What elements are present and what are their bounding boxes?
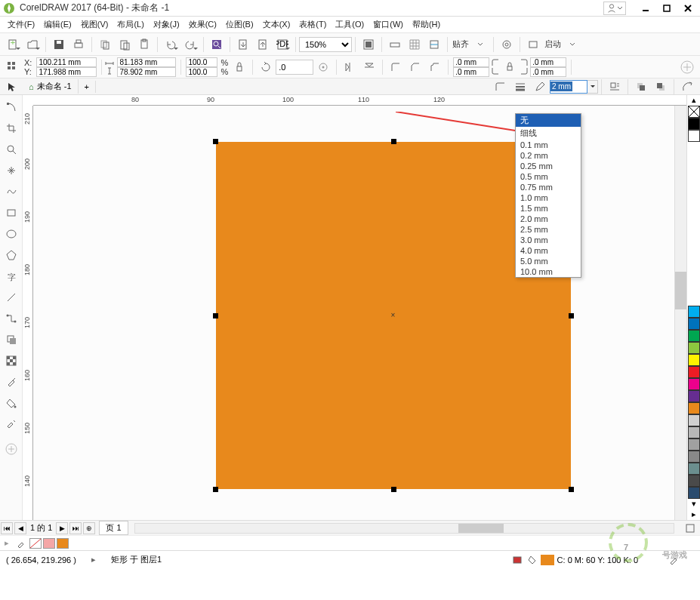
parallel-dim-tool[interactable] — [2, 288, 21, 307]
export-button[interactable] — [254, 35, 272, 54]
menu-file[interactable]: 文件(F) — [5, 17, 38, 32]
palette-swatch[interactable] — [688, 354, 700, 366]
dropdown-item[interactable]: 1.0 mm — [516, 192, 581, 203]
palette-down[interactable]: ▾ — [687, 499, 700, 509]
palette-swatch[interactable] — [688, 306, 700, 318]
handle-mr[interactable] — [569, 313, 574, 318]
transparency-tool[interactable] — [2, 351, 21, 371]
new-tab-button[interactable]: + — [79, 81, 96, 93]
connector-tool[interactable] — [2, 309, 21, 328]
launch-icon[interactable] — [524, 35, 542, 54]
convert-curves-button[interactable] — [678, 78, 696, 96]
snap-label[interactable]: 贴齐 — [452, 38, 469, 50]
copy-button[interactable] — [96, 35, 114, 54]
scaley-input[interactable] — [186, 67, 217, 77]
height-input[interactable] — [117, 67, 176, 77]
text-tool[interactable]: 字 — [2, 266, 21, 286]
zoom-tool[interactable] — [2, 140, 21, 159]
paste-button[interactable] — [116, 35, 134, 54]
dropdown-item[interactable]: 0.1 mm — [516, 140, 581, 150]
palette-swatch[interactable] — [688, 402, 700, 414]
print-button[interactable] — [69, 35, 88, 54]
menu-text[interactable]: 文本(X) — [260, 17, 294, 32]
doc-swatch-none[interactable] — [29, 538, 42, 549]
close-button[interactable] — [679, 2, 697, 15]
mirror-v-button[interactable] — [360, 58, 378, 76]
outline-width-input[interactable]: 2 mm — [550, 80, 587, 94]
shape-tool[interactable] — [2, 97, 21, 117]
origin-icon[interactable] — [4, 58, 22, 76]
dropdown-item[interactable]: 10.0 mm — [516, 266, 581, 277]
corner1-button[interactable] — [387, 58, 405, 76]
lock-corner-button[interactable] — [501, 58, 519, 76]
import-button[interactable] — [234, 35, 252, 54]
dropdown-item[interactable]: 2.5 mm — [516, 224, 581, 235]
palette-swatch[interactable] — [688, 390, 700, 402]
maximize-button[interactable] — [658, 2, 676, 15]
rotation-center-icon[interactable] — [314, 58, 332, 76]
smart-fill-tool[interactable] — [2, 414, 21, 434]
outline-style2-button[interactable] — [511, 78, 529, 96]
dropdown-item[interactable]: 2.0 mm — [516, 214, 581, 224]
palette-swatch[interactable] — [688, 366, 700, 378]
handle-bm[interactable] — [391, 487, 396, 492]
menu-object[interactable]: 对象(J) — [150, 17, 183, 32]
page-first[interactable]: ⏮ — [1, 522, 13, 534]
corner-br-input[interactable] — [530, 67, 566, 77]
snap-dropdown[interactable] — [471, 35, 489, 54]
menu-table[interactable]: 表格(T) — [296, 17, 329, 32]
drop-shadow-tool[interactable] — [2, 330, 21, 349]
menu-layout[interactable]: 布局(L) — [114, 17, 146, 32]
palette-swatch[interactable] — [688, 342, 700, 354]
show-rulers-button[interactable] — [386, 35, 404, 54]
fill-swatch[interactable] — [541, 555, 554, 565]
palette-swatch[interactable] — [688, 118, 700, 130]
rectangle-tool[interactable] — [2, 203, 21, 223]
doc-swatch[interactable] — [43, 538, 55, 549]
show-guides-button[interactable] — [425, 35, 443, 54]
corner2-button[interactable] — [406, 58, 424, 76]
crop-tool[interactable] — [2, 118, 21, 138]
palette-swatch[interactable] — [688, 130, 700, 142]
menu-view[interactable]: 视图(V) — [78, 17, 112, 32]
palette-swatch[interactable] — [688, 426, 700, 438]
artistic-media-tool[interactable] — [2, 182, 21, 202]
handle-tl[interactable] — [213, 139, 218, 144]
corner-tr-input[interactable] — [530, 57, 566, 67]
palette-swatch[interactable] — [688, 414, 700, 426]
corner-tl-input[interactable] — [453, 57, 489, 67]
doc-tab-active[interactable]: ⌂ 未命名 -1 — [23, 79, 79, 94]
corner-bl-input[interactable] — [453, 67, 489, 77]
doc-swatch[interactable] — [57, 538, 69, 549]
dropdown-item-none[interactable]: 无 — [516, 114, 581, 127]
palette-up[interactable]: ▴ — [687, 95, 700, 106]
palette-expand-icon[interactable]: ▸ — [5, 538, 9, 548]
launch-label[interactable]: 启动 — [544, 38, 561, 50]
palette-swatch[interactable] — [688, 475, 700, 487]
page-add[interactable]: ⊕ — [83, 522, 95, 534]
handle-bl[interactable] — [213, 487, 218, 492]
order-front-button[interactable] — [632, 78, 650, 96]
menu-edit[interactable]: 编辑(E) — [41, 17, 75, 32]
eyedropper-tool[interactable] — [2, 372, 21, 392]
status-icon1[interactable] — [508, 551, 526, 569]
page-next[interactable]: ▶ — [56, 522, 68, 534]
fill-tool[interactable] — [2, 393, 21, 413]
undo-button[interactable] — [162, 35, 180, 54]
handle-tm[interactable] — [391, 139, 396, 144]
dropdown-item[interactable]: 0.5 mm — [516, 171, 581, 182]
menu-window[interactable]: 窗口(W) — [370, 17, 406, 32]
palette-swatch[interactable] — [688, 378, 700, 390]
open-button[interactable] — [23, 35, 42, 54]
palette-expand[interactable]: ▸ — [687, 509, 700, 520]
corner3-button[interactable] — [426, 58, 444, 76]
save-button[interactable] — [50, 35, 68, 54]
add-tool-button[interactable] — [2, 439, 21, 459]
freehand-tool[interactable] — [2, 161, 21, 180]
palette-swatch[interactable] — [688, 451, 700, 463]
page-last[interactable]: ⏭ — [69, 522, 82, 534]
search-button[interactable] — [208, 35, 226, 54]
fullscreen-button[interactable] — [359, 35, 378, 54]
nav-view-button[interactable] — [681, 519, 699, 537]
minimize-button[interactable] — [637, 2, 655, 15]
